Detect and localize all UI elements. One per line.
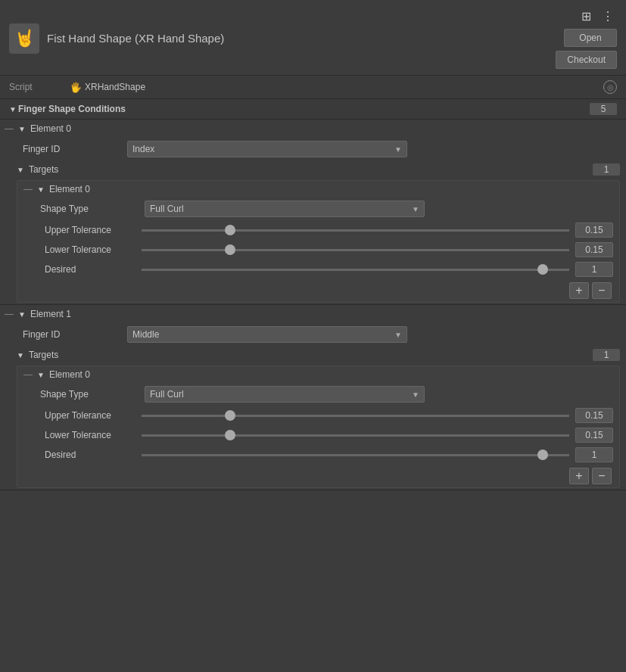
upper-tolerance-value-1-0[interactable]: 0.15 (575, 408, 613, 423)
upper-tolerance-label-0-0: Upper Tolerance (45, 225, 135, 235)
shape-type-arrow-1-0: ▼ (412, 390, 419, 399)
shape-type-row-0-0: Shape Type Full Curl ▼ (17, 198, 619, 220)
targets-count-0: 1 (593, 163, 620, 176)
inner-dash-0-0: — (23, 184, 33, 194)
inner-element-0-0-header: — ▼ Element 0 (17, 181, 619, 198)
shape-type-label-0-0: Shape Type (40, 204, 139, 214)
upper-tolerance-slider-1-0[interactable] (142, 415, 569, 417)
element-1-collapse[interactable]: ▼ (18, 310, 26, 319)
lower-tolerance-value-0-0[interactable]: 0.15 (575, 242, 613, 257)
upper-tolerance-value-0-0[interactable]: 0.15 (575, 222, 613, 238)
upper-tolerance-slider-wrapper-0-0 (142, 224, 569, 236)
element-1-header: — ▼ Element 1 (0, 305, 626, 323)
shape-type-dropdown-1-0[interactable]: Full Curl ▼ (145, 386, 425, 403)
upper-tolerance-slider-0-0[interactable] (142, 229, 569, 232)
lower-tolerance-row-1-0: Lower Tolerance 0.15 (17, 425, 619, 445)
header: 🤘 Fist Hand Shape (XR Hand Shape) ⊞ ⋮ Op… (0, 0, 626, 76)
inner-dash-1-0: — (23, 369, 33, 380)
desired-row-1-0: Desired 1 (17, 445, 619, 465)
targets-count-1: 1 (593, 349, 620, 361)
inner-block-1-0: — ▼ Element 0 Shape Type Full Curl ▼ Upp… (17, 366, 620, 488)
inner-element-1-0-header: — ▼ Element 0 (17, 366, 619, 383)
main-panel: 🤘 Fist Hand Shape (XR Hand Shape) ⊞ ⋮ Op… (0, 0, 626, 672)
checkout-button[interactable]: Checkout (556, 51, 617, 69)
finger-shape-conditions-label: Finger Shape Conditions (18, 104, 590, 114)
targets-collapse-1[interactable]: ▼ (17, 351, 24, 359)
finger-id-row-1: Finger ID Middle ▼ (0, 323, 626, 346)
upper-tolerance-row-0-0: Upper Tolerance 0.15 (17, 220, 619, 240)
finger-id-arrow-1: ▼ (394, 331, 402, 339)
desired-slider-0-0[interactable] (142, 269, 569, 271)
lower-tolerance-slider-wrapper-0-0 (142, 244, 569, 256)
finger-id-value-0: Index (132, 144, 154, 154)
inner-block-0-0: — ▼ Element 0 Shape Type Full Curl ▼ Upp… (17, 180, 620, 303)
finger-shape-conditions-header: ▼ Finger Shape Conditions 5 (0, 99, 626, 120)
finger-id-label-1: Finger ID (23, 329, 121, 340)
scroll-area[interactable]: — ▼ Element 0 Finger ID Index ▼ ▼ Target… (0, 120, 626, 672)
shape-type-arrow-0-0: ▼ (412, 205, 419, 213)
desired-row-0-0: Desired 1 (17, 260, 619, 279)
conditions-count: 5 (590, 103, 617, 115)
more-icon[interactable]: ⋮ (599, 8, 617, 25)
remove-sub-element-1[interactable]: − (592, 468, 612, 484)
targets-label-0: Targets (29, 164, 590, 175)
inner-collapse-1-0[interactable]: ▼ (37, 371, 45, 379)
collapse-triangle[interactable]: ▼ (9, 105, 17, 114)
targets-collapse-0[interactable]: ▼ (17, 166, 24, 174)
desired-value-0-0[interactable]: 1 (575, 262, 613, 277)
component-icon: 🤘 (9, 23, 39, 54)
lower-tolerance-label-1-0: Lower Tolerance (45, 430, 135, 440)
script-value: 🖐 XRHandShape (70, 82, 603, 93)
target-circle-button[interactable]: ◎ (603, 80, 617, 94)
desired-slider-wrapper-0-0 (142, 263, 569, 275)
element-0-collapse[interactable]: ▼ (18, 125, 26, 133)
finger-id-label-0: Finger ID (23, 144, 121, 154)
lower-tolerance-slider-wrapper-1-0 (142, 429, 569, 441)
targets-label-1: Targets (29, 350, 590, 360)
add-sub-element-0[interactable]: + (569, 282, 589, 299)
element-1-block: — ▼ Element 1 Finger ID Middle ▼ ▼ Targe… (0, 305, 626, 490)
dash-icon-0: — (5, 123, 14, 134)
shape-type-dropdown-0-0[interactable]: Full Curl ▼ (145, 201, 425, 217)
upper-tolerance-row-1-0: Upper Tolerance 0.15 (17, 406, 619, 425)
shape-type-value-0-0: Full Curl (150, 204, 184, 214)
finger-id-arrow-0: ▼ (394, 145, 402, 154)
finger-id-dropdown-0[interactable]: Index ▼ (127, 141, 407, 157)
plus-minus-row-1: + − (17, 465, 619, 487)
upper-tolerance-slider-wrapper-1-0 (142, 409, 569, 422)
finger-id-dropdown-1[interactable]: Middle ▼ (127, 326, 407, 343)
remove-sub-element-0[interactable]: − (592, 282, 612, 299)
shape-type-label-1-0: Shape Type (40, 389, 139, 400)
lower-tolerance-label-0-0: Lower Tolerance (45, 244, 135, 255)
element-1-label: Element 1 (30, 309, 71, 319)
upper-tolerance-label-1-0: Upper Tolerance (45, 410, 135, 421)
finger-id-value-1: Middle (132, 329, 159, 340)
dash-icon-1: — (5, 309, 14, 319)
lower-tolerance-value-1-0[interactable]: 0.15 (575, 428, 613, 443)
desired-value-1-0[interactable]: 1 (575, 447, 613, 462)
script-file-icon: 🖐 (70, 82, 82, 93)
open-button[interactable]: Open (564, 29, 617, 47)
targets-header-1: ▼ Targets 1 (0, 346, 626, 364)
script-label: Script (9, 82, 70, 92)
inner-collapse-0-0[interactable]: ▼ (37, 185, 45, 194)
inner-label-0-0: Element 0 (49, 184, 90, 194)
add-sub-element-1[interactable]: + (569, 468, 589, 484)
script-row: Script 🖐 XRHandShape ◎ (0, 76, 626, 99)
pin-icon[interactable]: ⊞ (578, 8, 594, 25)
targets-header-0: ▼ Targets 1 (0, 160, 626, 179)
header-title: Fist Hand Shape (XR Hand Shape) (47, 32, 548, 45)
inner-label-1-0: Element 0 (49, 369, 90, 380)
desired-slider-1-0[interactable] (142, 454, 569, 456)
header-top-icons: ⊞ ⋮ (578, 8, 617, 25)
element-0-header: — ▼ Element 0 (0, 120, 626, 138)
element-0-label: Element 0 (30, 123, 71, 134)
script-name: XRHandShape (85, 82, 145, 92)
shape-type-value-1-0: Full Curl (150, 389, 184, 400)
plus-minus-row-0: + − (17, 279, 619, 302)
desired-label-0-0: Desired (45, 264, 135, 275)
lower-tolerance-slider-1-0[interactable] (142, 434, 569, 437)
header-buttons: ⊞ ⋮ Open Checkout (556, 8, 617, 69)
desired-slider-wrapper-1-0 (142, 449, 569, 461)
lower-tolerance-slider-0-0[interactable] (142, 249, 569, 251)
